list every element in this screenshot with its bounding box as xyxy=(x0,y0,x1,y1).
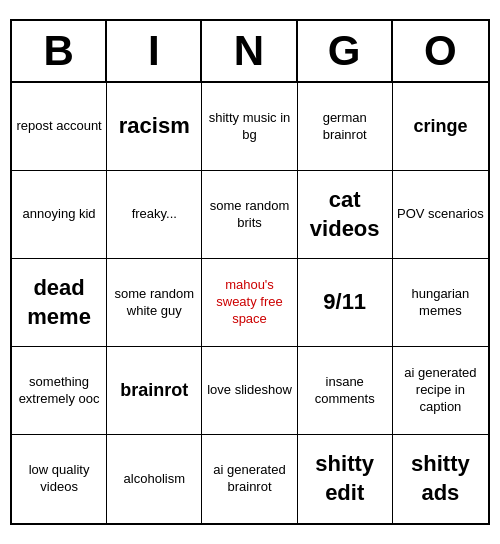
bingo-letter: N xyxy=(202,21,297,81)
bingo-cell: shitty music in bg xyxy=(202,83,297,171)
bingo-cell: shitty edit xyxy=(298,435,393,523)
bingo-letter: B xyxy=(12,21,107,81)
bingo-letter: O xyxy=(393,21,488,81)
bingo-cell: POV scenarios xyxy=(393,171,488,259)
bingo-cell: dead meme xyxy=(12,259,107,347)
bingo-cell: annoying kid xyxy=(12,171,107,259)
bingo-cell: hungarian memes xyxy=(393,259,488,347)
bingo-cell: repost account xyxy=(12,83,107,171)
bingo-cell: some random white guy xyxy=(107,259,202,347)
bingo-grid: repost accountracismshitty music in bgge… xyxy=(12,83,488,523)
bingo-cell: love slideshow xyxy=(202,347,297,435)
bingo-cell: insane comments xyxy=(298,347,393,435)
bingo-cell: ai generated brainrot xyxy=(202,435,297,523)
bingo-letter: G xyxy=(298,21,393,81)
bingo-cell: low quality videos xyxy=(12,435,107,523)
bingo-cell: mahou's sweaty free space xyxy=(202,259,297,347)
bingo-cell: some random brits xyxy=(202,171,297,259)
bingo-cell: racism xyxy=(107,83,202,171)
bingo-cell: alcoholism xyxy=(107,435,202,523)
bingo-cell: cringe xyxy=(393,83,488,171)
bingo-cell: cat videos xyxy=(298,171,393,259)
bingo-cell: 9/11 xyxy=(298,259,393,347)
bingo-cell: something extremely ooc xyxy=(12,347,107,435)
bingo-card: BINGO repost accountracismshitty music i… xyxy=(10,19,490,525)
bingo-cell: shitty ads xyxy=(393,435,488,523)
bingo-cell: brainrot xyxy=(107,347,202,435)
bingo-header: BINGO xyxy=(12,21,488,83)
bingo-cell: german brainrot xyxy=(298,83,393,171)
bingo-letter: I xyxy=(107,21,202,81)
bingo-cell: ai generated recipe in caption xyxy=(393,347,488,435)
bingo-cell: freaky... xyxy=(107,171,202,259)
